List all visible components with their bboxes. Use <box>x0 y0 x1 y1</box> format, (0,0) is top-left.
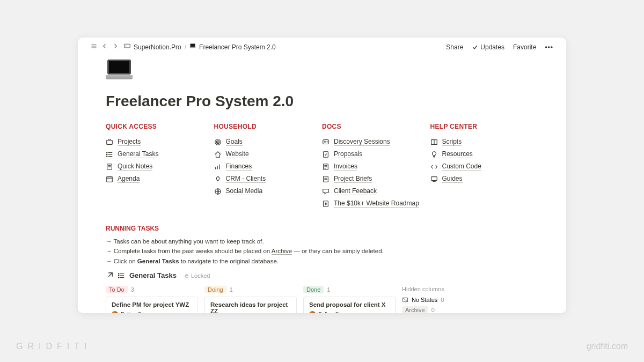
link-general-tasks[interactable]: General Tasks <box>106 148 214 160</box>
svg-rect-42 <box>431 176 437 180</box>
task-card[interactable]: Send proposal for client X Felipe S. Mar… <box>303 297 396 313</box>
back-arrow-icon[interactable] <box>101 43 108 51</box>
topbar: SuperNotion.Pro / Freelancer Pro System … <box>78 38 566 51</box>
task-card[interactable]: Research ideas for project ZZ Felipe S. … <box>204 297 297 313</box>
svg-point-49 <box>118 277 119 277</box>
link-agenda[interactable]: Agenda <box>106 173 214 185</box>
locked-indicator: Locked <box>184 272 210 279</box>
svg-point-4 <box>126 46 127 47</box>
svg-rect-5 <box>191 44 195 47</box>
app-window: SuperNotion.Pro / Freelancer Pro System … <box>78 38 566 313</box>
section-heading: HELP CENTER <box>430 123 539 130</box>
running-tasks-note-2: → Complete tasks from the past weeks sho… <box>106 246 538 256</box>
favorite-button[interactable]: Favorite <box>513 43 536 51</box>
status-tag-todo[interactable]: To Do <box>106 286 128 293</box>
svg-point-48 <box>118 275 119 276</box>
svg-point-23 <box>217 142 218 142</box>
done-count: 1 <box>327 286 330 293</box>
link-goals[interactable]: Goals <box>214 136 323 148</box>
hamburger-icon[interactable] <box>91 43 97 51</box>
crumb-root[interactable]: SuperNotion.Pro <box>134 43 181 51</box>
link-projects[interactable]: Projects <box>106 136 214 148</box>
quick-links-grid: QUICK ACCESS Projects General Tasks Quic… <box>106 123 538 210</box>
workspace-icon <box>124 43 130 51</box>
watermark-right: gridfiti.com <box>587 342 628 351</box>
svg-rect-6 <box>190 47 196 48</box>
share-button[interactable]: Share <box>446 43 463 51</box>
todo-count: 3 <box>131 286 134 293</box>
section-docs: DOCS Discovery Sessions Proposals Invoic… <box>322 123 430 210</box>
more-menu-icon[interactable]: ••• <box>545 43 553 51</box>
link-resources[interactable]: Resources <box>430 148 539 160</box>
svg-point-12 <box>106 154 107 154</box>
svg-rect-50 <box>185 275 188 277</box>
watermark-left: GRIDFITI <box>16 342 91 351</box>
svg-point-29 <box>324 142 325 142</box>
crumb-separator: / <box>185 43 186 51</box>
section-help-center: HELP CENTER Scripts Resources Custom Cod… <box>430 123 539 210</box>
updates-button[interactable]: Updates <box>472 43 504 51</box>
link-website[interactable]: Website <box>214 148 323 160</box>
svg-rect-37 <box>324 176 328 182</box>
svg-point-30 <box>325 142 326 142</box>
card-author: Felipe S. <box>112 311 192 313</box>
link-scripts[interactable]: Scripts <box>430 136 539 148</box>
board-column-todo: To Do 3 Define PM for project YWZ Felipe… <box>106 284 198 313</box>
link-client-feedback[interactable]: Client Feeback <box>322 185 430 197</box>
archive-link[interactable]: Archive <box>272 248 292 255</box>
link-guides[interactable]: Guides <box>430 173 539 185</box>
section-heading: QUICK ACCESS <box>106 123 214 130</box>
svg-point-31 <box>327 142 327 142</box>
section-quick-access: QUICK ACCESS Projects General Tasks Quic… <box>106 123 214 210</box>
link-project-briefs[interactable]: Project Briefs <box>322 173 430 185</box>
kanban-board: To Do 3 Define PM for project YWZ Felipe… <box>106 284 538 313</box>
link-finances[interactable]: Finances <box>214 160 323 173</box>
page-title: Freelancer Pro System 2.0 <box>106 93 538 110</box>
breadcrumb: SuperNotion.Pro / Freelancer Pro System … <box>124 43 276 51</box>
hidden-columns: Hidden columns No Status 0 Archive 0 <box>402 284 482 313</box>
database-header: General Tasks Locked <box>106 271 538 279</box>
list-icon <box>118 272 125 279</box>
card-author: Felipe S. <box>309 311 390 313</box>
database-title[interactable]: General Tasks <box>129 271 177 279</box>
svg-line-52 <box>403 298 408 302</box>
link-10k-roadmap[interactable]: The $10k+ Website Roadmap <box>322 197 430 210</box>
page-cover-icon[interactable] <box>106 60 133 83</box>
svg-point-41 <box>432 151 436 155</box>
hidden-column-no-status[interactable]: No Status 0 <box>402 297 482 303</box>
link-quick-notes[interactable]: Quick Notes <box>106 160 214 173</box>
doing-count: 1 <box>230 286 233 293</box>
status-tag-doing[interactable]: Doing <box>204 286 226 293</box>
link-custom-code[interactable]: Custom Code <box>430 160 539 173</box>
svg-point-11 <box>106 152 107 152</box>
link-discovery-sessions[interactable]: Discovery Sessions <box>322 136 430 148</box>
link-proposals[interactable]: Proposals <box>322 148 430 160</box>
svg-point-47 <box>118 273 119 274</box>
forward-arrow-icon[interactable] <box>112 43 119 51</box>
avatar-icon <box>309 311 316 313</box>
svg-rect-3 <box>125 44 130 48</box>
general-tasks-bold: General Tasks <box>137 258 179 264</box>
link-invoices[interactable]: Invoices <box>322 160 430 173</box>
hidden-columns-heading: Hidden columns <box>402 284 482 292</box>
status-tag-done[interactable]: Done <box>303 286 324 293</box>
svg-point-13 <box>106 156 107 156</box>
link-social-media[interactable]: Social Media <box>214 185 323 197</box>
svg-rect-7 <box>107 140 113 144</box>
link-crm-clients[interactable]: CRM - Clients <box>214 173 323 185</box>
task-card[interactable]: Define PM for project YWZ Felipe S. Mar … <box>106 297 198 313</box>
running-tasks-note-3: → Click on General Tasks to navigate to … <box>106 256 538 266</box>
card-title: Research ideas for project ZZ <box>210 301 291 313</box>
card-title: Send proposal for client X <box>309 301 390 308</box>
running-tasks-heading: RUNNING TASKS <box>106 225 538 232</box>
section-heading: HOUSEHOLD <box>214 123 323 130</box>
section-heading: DOCS <box>322 123 430 130</box>
avatar-icon <box>112 311 118 313</box>
crumb-page[interactable]: Freelancer Pro System 2.0 <box>199 43 276 51</box>
svg-rect-17 <box>107 176 113 182</box>
open-icon[interactable] <box>106 272 113 279</box>
hidden-column-archive[interactable]: Archive 0 <box>402 306 482 313</box>
board-column-doing: Doing 1 Research ideas for project ZZ Fe… <box>204 284 297 313</box>
card-title: Define PM for project YWZ <box>112 301 192 308</box>
running-tasks-note-1: → Tasks can be about anything you want t… <box>106 237 538 246</box>
